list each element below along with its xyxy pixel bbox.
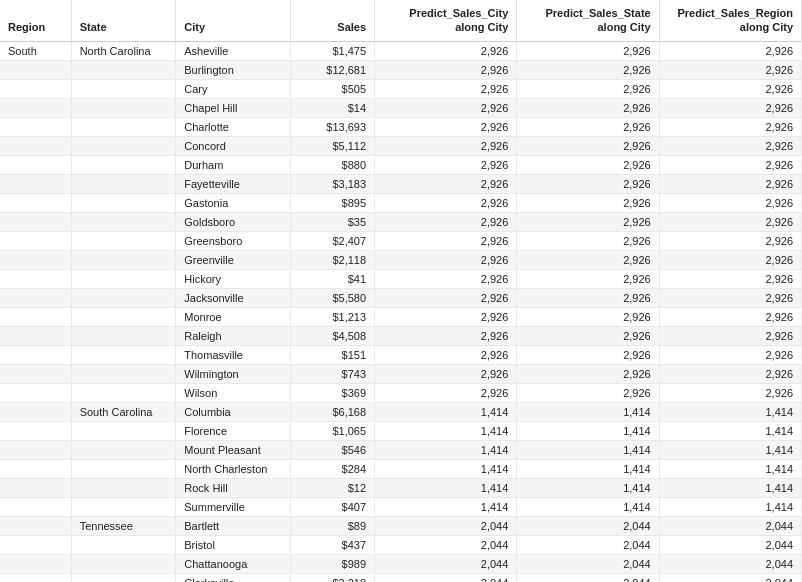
cell-predict2: 2,926 — [517, 155, 659, 174]
cell-sales: $14 — [291, 98, 375, 117]
table-row: Concord$5,1122,9262,9262,926 — [0, 136, 802, 155]
cell-state — [71, 478, 176, 497]
cell-predict2: 2,044 — [517, 535, 659, 554]
table-row: Rock Hill$121,4141,4141,414 — [0, 478, 802, 497]
table-row: South CarolinaColumbia$6,1681,4141,4141,… — [0, 402, 802, 421]
cell-predict1: 2,926 — [375, 98, 517, 117]
cell-predict3: 2,926 — [659, 193, 801, 212]
cell-state — [71, 79, 176, 98]
cell-state — [71, 326, 176, 345]
cell-predict1: 1,414 — [375, 421, 517, 440]
cell-predict1: 2,926 — [375, 269, 517, 288]
table-row: Clarksville$2,2182,0442,0442,044 — [0, 573, 802, 582]
cell-sales: $1,213 — [291, 307, 375, 326]
table-row: Goldsboro$352,9262,9262,926 — [0, 212, 802, 231]
header-region: Region — [0, 0, 71, 41]
cell-predict3: 2,926 — [659, 79, 801, 98]
table-row: North Charleston$2841,4141,4141,414 — [0, 459, 802, 478]
cell-predict3: 1,414 — [659, 497, 801, 516]
cell-city: Wilmington — [176, 364, 291, 383]
cell-predict3: 2,926 — [659, 136, 801, 155]
cell-state: Tennessee — [71, 516, 176, 535]
cell-predict1: 2,926 — [375, 326, 517, 345]
header-state: State — [71, 0, 176, 41]
cell-predict1: 2,044 — [375, 573, 517, 582]
cell-city: Jacksonville — [176, 288, 291, 307]
cell-predict2: 2,926 — [517, 269, 659, 288]
cell-predict2: 2,926 — [517, 98, 659, 117]
cell-predict2: 1,414 — [517, 478, 659, 497]
table-row: Chattanooga$9892,0442,0442,044 — [0, 554, 802, 573]
cell-predict1: 2,926 — [375, 41, 517, 60]
cell-city: Greenville — [176, 250, 291, 269]
table-row: Charlotte$13,6932,9262,9262,926 — [0, 117, 802, 136]
cell-predict1: 1,414 — [375, 440, 517, 459]
cell-predict2: 1,414 — [517, 421, 659, 440]
cell-state — [71, 155, 176, 174]
cell-sales: $6,168 — [291, 402, 375, 421]
table-row: Thomasville$1512,9262,9262,926 — [0, 345, 802, 364]
cell-predict1: 2,926 — [375, 307, 517, 326]
cell-city: Bartlett — [176, 516, 291, 535]
cell-state — [71, 535, 176, 554]
cell-region — [0, 440, 71, 459]
cell-city: Asheville — [176, 41, 291, 60]
cell-state — [71, 554, 176, 573]
cell-city: Gastonia — [176, 193, 291, 212]
cell-predict3: 1,414 — [659, 421, 801, 440]
cell-sales: $880 — [291, 155, 375, 174]
cell-predict1: 1,414 — [375, 402, 517, 421]
cell-region — [0, 516, 71, 535]
cell-predict1: 2,926 — [375, 79, 517, 98]
cell-region — [0, 573, 71, 582]
header-predict2: Predict_Sales_State along City — [517, 0, 659, 41]
cell-predict1: 2,044 — [375, 516, 517, 535]
cell-state — [71, 364, 176, 383]
table-row: Mount Pleasant$5461,4141,4141,414 — [0, 440, 802, 459]
cell-region — [0, 269, 71, 288]
cell-region — [0, 345, 71, 364]
cell-sales: $89 — [291, 516, 375, 535]
cell-predict2: 2,926 — [517, 345, 659, 364]
table-row: Fayetteville$3,1832,9262,9262,926 — [0, 174, 802, 193]
cell-region — [0, 174, 71, 193]
cell-city: Rock Hill — [176, 478, 291, 497]
table-row: Wilmington$7432,9262,9262,926 — [0, 364, 802, 383]
cell-predict2: 2,926 — [517, 364, 659, 383]
cell-region — [0, 193, 71, 212]
cell-predict3: 2,926 — [659, 155, 801, 174]
cell-city: Summerville — [176, 497, 291, 516]
cell-predict3: 1,414 — [659, 402, 801, 421]
cell-state — [71, 459, 176, 478]
cell-region — [0, 155, 71, 174]
cell-predict1: 2,926 — [375, 212, 517, 231]
cell-state — [71, 307, 176, 326]
table-row: Hickory$412,9262,9262,926 — [0, 269, 802, 288]
cell-state — [71, 117, 176, 136]
cell-city: Wilson — [176, 383, 291, 402]
header-predict1: Predict_Sales_City along City — [375, 0, 517, 41]
cell-sales: $407 — [291, 497, 375, 516]
cell-region — [0, 250, 71, 269]
cell-sales: $12 — [291, 478, 375, 497]
cell-city: Columbia — [176, 402, 291, 421]
cell-sales: $743 — [291, 364, 375, 383]
cell-state — [71, 250, 176, 269]
cell-state — [71, 60, 176, 79]
cell-city: Durham — [176, 155, 291, 174]
cell-predict2: 2,926 — [517, 193, 659, 212]
cell-predict2: 2,926 — [517, 231, 659, 250]
cell-state: North Carolina — [71, 41, 176, 60]
cell-sales: $5,580 — [291, 288, 375, 307]
cell-sales: $1,475 — [291, 41, 375, 60]
cell-predict1: 1,414 — [375, 459, 517, 478]
table-row: Greensboro$2,4072,9262,9262,926 — [0, 231, 802, 250]
cell-sales: $2,407 — [291, 231, 375, 250]
cell-predict2: 2,926 — [517, 41, 659, 60]
cell-predict3: 2,044 — [659, 573, 801, 582]
cell-region — [0, 98, 71, 117]
cell-predict2: 1,414 — [517, 402, 659, 421]
cell-predict1: 2,926 — [375, 136, 517, 155]
cell-region — [0, 421, 71, 440]
table-row: Bristol$4372,0442,0442,044 — [0, 535, 802, 554]
